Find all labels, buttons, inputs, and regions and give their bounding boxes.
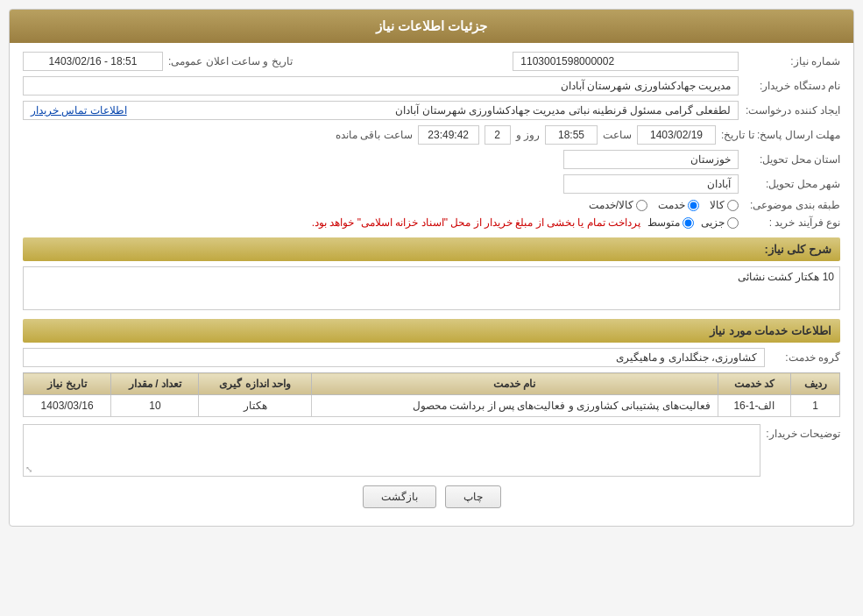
col-radif: ردیف [791, 373, 840, 395]
col-tedad: تعداد / مقدار [111, 373, 199, 395]
ostan-value: خوزستان [563, 150, 739, 169]
buyer-notes-box: ⤡ [23, 424, 760, 477]
ostan-label: استان محل تحویل: [744, 153, 840, 166]
mohlat-roz-label: روز و [516, 129, 540, 141]
shahr-label: شهر محل تحویل: [744, 178, 840, 190]
mohlat-saat-label: ساعت [603, 129, 632, 141]
tarigh-value: 1403/02/16 - 18:51 [23, 52, 163, 71]
nave-motavaset-label: متوسط [647, 216, 680, 229]
sharh-value: 10 هکتار کشت نشائی [23, 266, 840, 310]
tabaqe-label: طبقه بندی موضوعی: [744, 199, 840, 211]
tabaqe-kala-khedmat-radio[interactable] [636, 200, 647, 211]
page-title: جزئیات اطلاعات نیاز [10, 10, 853, 43]
shahr-value: آبادان [563, 174, 739, 194]
buyer-notes-label: توضیحات خریدار: [766, 424, 840, 440]
tarigh-label: تاریخ و ساعت اعلان عمومی: [168, 55, 293, 67]
table-row: 1 الف-1-16 فعالیت‌های پشتیبانی کشاورزی و… [24, 395, 840, 417]
cell-kod: الف-1-16 [718, 395, 790, 417]
mohlat-remaining-label: ساعت باقی مانده [336, 129, 413, 141]
ettelaat-link[interactable]: اطلاعات تماس خریدار [31, 104, 127, 117]
mohlat-roz: 2 [485, 125, 511, 145]
services-table: ردیف کد خدمت نام خدمت واحد اندازه گیری ت… [23, 372, 840, 417]
cell-radif: 1 [791, 395, 840, 417]
tabaqe-khedmat-radio[interactable] [688, 200, 699, 211]
shomare-niaz-value: 1103001598000002 [513, 52, 739, 71]
cell-nam: فعالیت‌های پشتیبانی کشاورزی و فعالیت‌های… [311, 395, 718, 417]
nave-jozii-radio[interactable] [727, 217, 739, 229]
sharh-header: شرح کلی نیاز: [764, 243, 831, 256]
cell-tarikh: 1403/03/16 [24, 395, 111, 417]
group-label: گروه خدمت: [770, 351, 840, 364]
mohlat-label: مهلت ارسال پاسخ: تا تاریخ: [721, 129, 840, 141]
shomare-niaz-label: شماره نیاز: [744, 55, 840, 67]
col-vahed: واحد اندازه گیری [199, 373, 311, 395]
nave-far-label: نوع فرآیند خرید : [744, 216, 840, 229]
tabaqe-khedmat-label: خدمت [658, 199, 685, 211]
col-tarikh: تاریخ نیاز [24, 373, 111, 395]
nave-far-text: پرداخت تمام یا بخشی از مبلغ خریدار از مح… [23, 216, 640, 229]
print-button[interactable]: چاپ [445, 485, 501, 508]
mohlat-remaining: 23:49:42 [418, 125, 479, 145]
col-kod: کد خدمت [718, 373, 790, 395]
nam-dastgah-label: نام دستگاه خریدار: [744, 80, 840, 92]
group-value: کشاورزی، جنگلداری و ماهیگیری [23, 348, 765, 367]
ijad-karanda-label: ایجاد کننده درخواست: [744, 104, 840, 117]
nave-motavaset-radio[interactable] [683, 217, 694, 229]
mohlat-saat: 18:55 [545, 125, 598, 145]
cell-vahed: هکتار [199, 395, 311, 417]
nave-jozii-label: جزیی [701, 216, 725, 229]
info-services-header: اطلاعات خدمات مورد نیاز [710, 324, 831, 337]
tabaqe-kala-khedmat-label: کالا/خدمت [589, 199, 633, 211]
col-nam: نام خدمت [311, 373, 718, 395]
back-button[interactable]: بازگشت [363, 485, 436, 508]
nam-dastgah-value: مدیریت جهادکشاورزی شهرستان آبادان [23, 76, 739, 96]
cell-tedad: 10 [111, 395, 199, 417]
mohlat-date: 1403/02/19 [637, 125, 716, 145]
ijad-karanda-value: لطفعلی گرامی مسئول قرنطینه نباتی مدیریت … [134, 104, 731, 117]
tabaqe-kala-label: کالا [710, 199, 725, 211]
resize-icon: ⤡ [25, 464, 32, 474]
tabaqe-kala-radio[interactable] [727, 200, 739, 211]
